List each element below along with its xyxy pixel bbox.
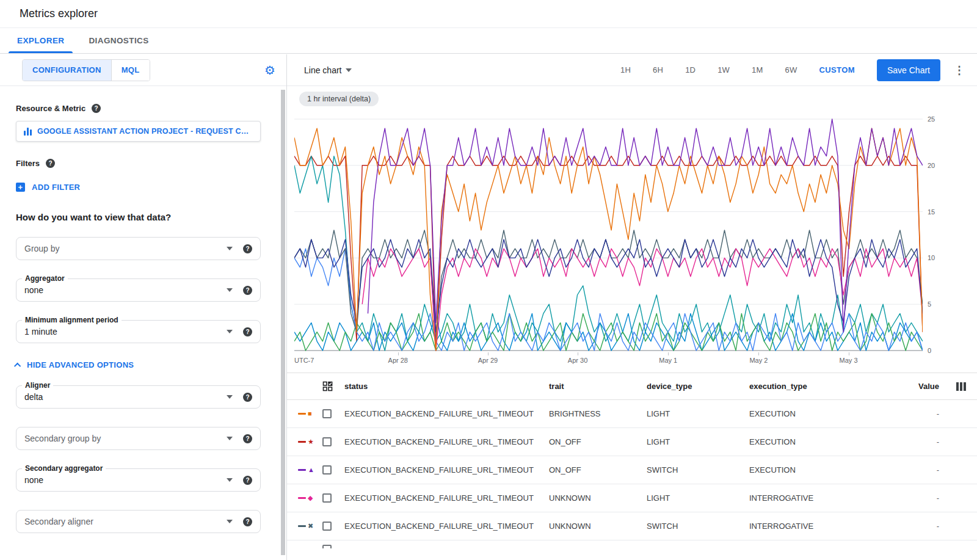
save-chart-button[interactable]: Save Chart — [877, 59, 940, 81]
aggregator-value: none — [24, 285, 43, 295]
panel-scrollbar[interactable] — [281, 90, 285, 555]
table-row: ◆ EXECUTION_BACKEND_FAILURE_URL_TIMEOUT … — [287, 484, 977, 512]
col-value[interactable]: Value — [896, 382, 942, 391]
mql-mode-button[interactable]: MQL — [111, 60, 150, 81]
range-6w[interactable]: 6W — [785, 65, 797, 75]
cell-status: EXECUTION_BACKEND_FAILURE_URL_TIMEOUT — [344, 493, 549, 503]
x-tick-label: Apr 30 — [568, 357, 587, 364]
secondary-aggregator-field[interactable]: Secondary aggregator none ? — [16, 468, 261, 492]
group-by-field[interactable]: Group by ? — [16, 237, 261, 260]
x-tick-label: May 2 — [749, 357, 768, 364]
row-checkbox[interactable] — [322, 545, 332, 548]
series-marker: ◆ — [298, 495, 322, 501]
series-table: status trait device_type execution_type … — [287, 373, 977, 548]
chart-toolbar: Line chart 1H 6H 1D 1W 1M 6W CUSTOM Save… — [287, 54, 977, 86]
chart-type-dropdown[interactable]: Line chart — [304, 65, 352, 75]
range-1w[interactable]: 1W — [717, 65, 730, 75]
cell-value: - — [896, 437, 942, 446]
secondary-aligner-field[interactable]: Secondary aligner ? — [16, 510, 261, 533]
group-by-placeholder: Group by — [24, 244, 60, 253]
cell-trait: BRIGHTNESS — [549, 409, 647, 418]
range-6h[interactable]: 6H — [653, 65, 663, 75]
gear-icon[interactable]: ⚙ — [264, 64, 275, 76]
y-tick-label: 15 — [928, 208, 935, 216]
metric-chip-label: GOOGLE ASSISTANT ACTION PROJECT - REQUES… — [37, 127, 253, 136]
row-checkbox[interactable] — [322, 409, 332, 418]
cell-execution-type: INTERROGATIVE — [749, 522, 896, 531]
row-checkbox[interactable] — [322, 437, 332, 446]
help-icon[interactable]: ? — [243, 517, 252, 526]
tab-diagnostics[interactable]: DIAGNOSTICS — [76, 28, 161, 53]
cell-trait: ON_OFF — [549, 437, 647, 446]
main-layout: CONFIGURATION MQL ⚙ Resource & Metric ? … — [0, 54, 977, 560]
cell-trait: UNKNOWN — [549, 522, 647, 531]
range-custom[interactable]: CUSTOM — [819, 65, 855, 75]
help-icon[interactable]: ? — [243, 244, 252, 253]
x-tick-label: May 3 — [840, 357, 858, 364]
secondary-group-by-field[interactable]: Secondary group by ? — [16, 427, 261, 450]
aligner-field[interactable]: Aligner delta ? — [16, 385, 261, 409]
col-trait[interactable]: trait — [549, 382, 647, 391]
x-tick-label: Apr 28 — [388, 357, 408, 364]
help-icon[interactable]: ? — [243, 434, 252, 443]
help-icon[interactable]: ? — [243, 393, 252, 402]
y-tick-label: 25 — [928, 115, 935, 123]
bar-chart-icon — [24, 128, 32, 136]
range-1d[interactable]: 1D — [685, 65, 696, 75]
configuration-panel: CONFIGURATION MQL ⚙ Resource & Metric ? … — [0, 54, 287, 560]
help-icon[interactable]: ? — [92, 104, 101, 113]
config-subheader: CONFIGURATION MQL ⚙ — [0, 54, 286, 86]
col-device-type[interactable]: device_type — [647, 382, 749, 391]
time-range-group: 1H 6H 1D 1W 1M 6W CUSTOM — [620, 65, 855, 75]
hide-advanced-options-button[interactable]: HIDE ADVANCED OPTIONS — [16, 360, 261, 369]
row-checkbox[interactable] — [322, 465, 332, 475]
tab-explorer[interactable]: EXPLORER — [5, 28, 76, 53]
resource-metric-label: Resource & Metric ? — [16, 104, 261, 113]
help-icon[interactable]: ? — [46, 159, 55, 168]
min-alignment-label: Minimum alignment period — [22, 316, 122, 324]
help-icon[interactable]: ? — [243, 286, 252, 295]
range-1m[interactable]: 1M — [752, 65, 763, 75]
cell-device-type: SWITCH — [647, 465, 749, 475]
cell-device-type: LIGHT — [647, 493, 749, 503]
help-icon[interactable]: ? — [243, 327, 252, 336]
configuration-mode-button[interactable]: CONFIGURATION — [23, 60, 111, 81]
cell-status: EXECUTION_BACKEND_FAILURE_URL_TIMEOUT — [344, 522, 549, 531]
selected-metric-chip[interactable]: GOOGLE ASSISTANT ACTION PROJECT - REQUES… — [16, 121, 261, 142]
editor-mode-toggle: CONFIGURATION MQL — [22, 59, 150, 81]
line-chart[interactable] — [294, 118, 923, 352]
tab-bar: EXPLORER DIAGNOSTICS — [0, 28, 977, 54]
cell-value: - — [896, 409, 942, 418]
filters-label: Filters ? — [16, 159, 261, 168]
y-tick-label: 10 — [928, 254, 935, 261]
app-header: Metrics explorer — [0, 0, 977, 28]
cell-value: - — [896, 493, 942, 503]
row-checkbox[interactable] — [322, 522, 332, 531]
column-picker-icon[interactable] — [956, 382, 966, 391]
hide-advanced-options-label: HIDE ADVANCED OPTIONS — [27, 360, 134, 369]
row-checkbox[interactable] — [322, 493, 332, 503]
aggregator-field[interactable]: Aggregator none ? — [16, 278, 261, 302]
min-alignment-field[interactable]: Minimum alignment period 1 minute ? — [16, 320, 261, 343]
y-tick-label: 20 — [928, 162, 935, 169]
help-icon[interactable]: ? — [243, 476, 252, 485]
select-all-series-icon[interactable] — [322, 381, 344, 391]
table-header-row: status trait device_type execution_type … — [287, 373, 977, 400]
cell-execution-type: EXECUTION — [749, 465, 896, 475]
col-status[interactable]: status — [344, 382, 549, 391]
x-tick-label: Apr 29 — [478, 357, 498, 364]
range-1h[interactable]: 1H — [620, 65, 631, 75]
chart-area: 1 hr interval (delta) 0510152025 UTC-7Ap… — [287, 86, 977, 373]
secondary-aggregator-label: Secondary aggregator — [22, 464, 106, 473]
series-marker: ★ — [298, 438, 322, 445]
add-filter-button[interactable]: + ADD FILTER — [16, 183, 261, 192]
cell-execution-type: INTERROGATIVE — [749, 493, 896, 503]
cell-status: EXECUTION_BACKEND_FAILURE_URL_TIMEOUT — [344, 437, 549, 446]
col-execution-type[interactable]: execution_type — [749, 382, 896, 391]
chart-type-label: Line chart — [304, 65, 341, 75]
secondary-group-by-placeholder: Secondary group by — [24, 434, 101, 443]
interval-chip: 1 hr interval (delta) — [299, 92, 379, 106]
chevron-down-icon — [227, 247, 233, 250]
more-options-icon[interactable]: ⋮ — [954, 64, 965, 77]
chevron-down-icon — [346, 68, 352, 72]
